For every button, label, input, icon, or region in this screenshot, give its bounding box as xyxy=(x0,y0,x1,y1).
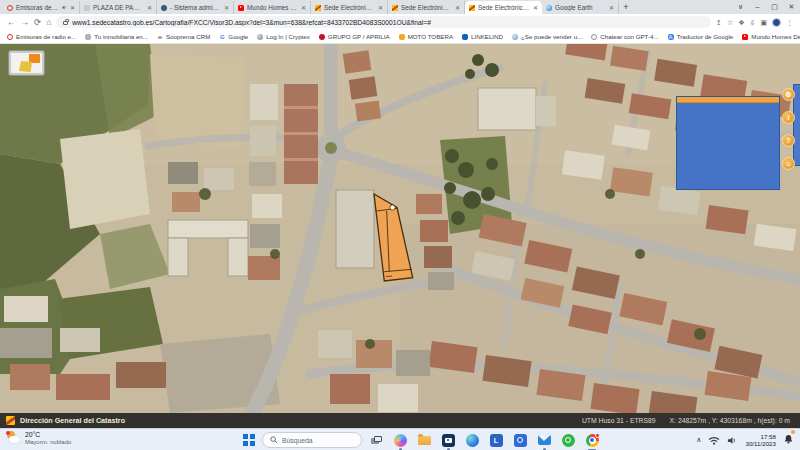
chrome-app-icon[interactable] xyxy=(584,432,600,448)
file-explorer-icon[interactable] xyxy=(416,432,432,448)
bookmark-chatear-gpt[interactable]: Chatear con GPT-4... xyxy=(591,33,658,40)
minimize-button[interactable]: – xyxy=(749,0,766,14)
tab-plaza-parking[interactable]: PLAZA DE PARKING EN F... ✕ xyxy=(80,1,157,14)
reading-list-icon[interactable]: ▣ xyxy=(760,19,767,26)
tab-audio-icon[interactable] xyxy=(62,5,67,10)
tab-sistema-administrativo[interactable]: - Sistema administrativo ✕ xyxy=(157,1,234,14)
share-icon[interactable]: ↥ xyxy=(716,19,722,26)
tab-sede-catastro-2[interactable]: Sede Electrónica del Cata... ✕ xyxy=(388,1,465,14)
bookmark-inmobiliaria[interactable]: Tu inmobiliaria en... xyxy=(85,33,148,40)
lock-icon[interactable] xyxy=(63,21,68,25)
tab-close-icon[interactable]: ✕ xyxy=(533,5,538,11)
viewer-help-button[interactable]: ? xyxy=(782,134,795,147)
bookmark-label: Google xyxy=(228,33,248,40)
fxcc-widget-preview xyxy=(11,53,42,73)
tab-title: Sede Electrónica del Cata... xyxy=(401,4,452,11)
start-button[interactable] xyxy=(243,434,255,446)
teams-app-icon[interactable] xyxy=(512,432,528,448)
edge-browser-icon[interactable] xyxy=(464,432,480,448)
agency-name: Dirección General del Catastro xyxy=(20,416,125,425)
tab-close-icon[interactable]: ✕ xyxy=(455,5,460,11)
bookmark-label: MOTO TOBERA xyxy=(408,33,453,40)
notification-bell-icon[interactable] xyxy=(783,431,794,449)
tab-close-icon[interactable]: ✕ xyxy=(224,5,229,11)
new-tab-button[interactable]: + xyxy=(619,1,633,14)
tab-strip: Emisoras de radio e... ✕ PLAZA DE PARKIN… xyxy=(0,0,800,14)
tray-chevron-icon[interactable]: ∧ xyxy=(696,436,701,444)
home-button[interactable]: ⌂ xyxy=(46,18,51,27)
sphere-icon xyxy=(257,34,263,40)
tab-title: Google Earth xyxy=(555,4,606,11)
linkedin-app-icon[interactable]: L xyxy=(488,432,504,448)
profile-avatar[interactable] xyxy=(772,18,781,27)
viewer-settings-button[interactable]: ⚙ xyxy=(782,88,795,101)
chrome-notification-badge xyxy=(595,433,600,438)
viewer-info-panel[interactable] xyxy=(676,96,780,190)
panel-header-bar[interactable] xyxy=(677,97,779,103)
browser-toolbar: ← → ⟳ ⌂ www1.sedecatastro.gob.es/Cartogr… xyxy=(0,14,800,30)
taskbar-clock[interactable]: 17:58 30/11/2023 xyxy=(745,433,776,448)
tab-close-icon[interactable]: ✕ xyxy=(609,5,614,11)
taskbar-search[interactable]: Búsqueda xyxy=(262,432,362,448)
viewer-info-button[interactable]: i xyxy=(782,111,795,124)
bookmark-emisoras[interactable]: Emisoras de radio e... xyxy=(7,33,76,40)
url-text[interactable]: www1.sedecatastro.gob.es/Cartografia/FXC… xyxy=(72,19,431,26)
browser-menu-icon[interactable]: ⋮ xyxy=(786,19,793,26)
forward-button[interactable]: → xyxy=(21,18,30,27)
wifi-icon[interactable] xyxy=(708,436,720,445)
bookmark-sooprema[interactable]: ∞Sooprema CRM xyxy=(157,33,210,40)
address-bar[interactable]: www1.sedecatastro.gob.es/Cartografia/FXC… xyxy=(56,16,711,28)
tab-close-icon[interactable]: ✕ xyxy=(378,5,383,11)
back-button[interactable]: ← xyxy=(7,18,16,27)
extensions-icon[interactable]: ❖ xyxy=(738,19,744,26)
tab-title: Emisoras de radio e... xyxy=(16,4,59,11)
bookmark-google[interactable]: GGoogle xyxy=(219,33,248,40)
tab-sede-catastro-active[interactable]: Sede Electrónica del Cata... ✕ xyxy=(465,1,542,14)
tab-search-chevron-icon[interactable]: ∨ xyxy=(732,0,749,14)
bookmark-linkelind[interactable]: LINKELIND xyxy=(462,33,503,40)
bookmark-se-puede-vender[interactable]: ¿Se puede vender u... xyxy=(512,33,582,40)
radio-favicon xyxy=(7,5,13,11)
search-icon xyxy=(270,436,278,444)
close-window-button[interactable]: ✕ xyxy=(783,0,800,14)
viewer-feedback-button[interactable]: ☺ xyxy=(782,157,795,170)
tab-sede-catastro-1[interactable]: Sede Electrónica del Cata... ✕ xyxy=(311,1,388,14)
maximize-button[interactable]: ▢ xyxy=(766,0,783,14)
tab-close-icon[interactable]: ✕ xyxy=(70,5,75,11)
volume-icon[interactable] xyxy=(727,436,738,445)
google-g-icon: G xyxy=(219,34,225,40)
bookmark-mundo-homes[interactable]: Mundo Homes Dén... xyxy=(742,33,800,40)
tab-title: PLAZA DE PARKING EN F... xyxy=(93,4,144,11)
tab-close-icon[interactable]: ✕ xyxy=(147,5,152,11)
orange-icon xyxy=(399,34,405,40)
bookmark-grupo-gp[interactable]: GRUPO GP / APRILIA xyxy=(319,33,390,40)
tab-title: Sede Electrónica del Cata... xyxy=(478,4,530,11)
fxcc-orange-block xyxy=(29,54,40,63)
fxcc-layers-widget[interactable] xyxy=(8,50,45,76)
task-view-button[interactable] xyxy=(368,432,384,448)
cadastre-map-viewport[interactable]: ⚙ i ? ☺ xyxy=(0,44,800,413)
copilot-app-icon[interactable] xyxy=(392,432,408,448)
reload-button[interactable]: ⟳ xyxy=(34,18,41,27)
whatsapp-app-icon[interactable] xyxy=(560,432,576,448)
tab-mundo-homes[interactable]: Mundo Homes Dénia - Y... ✕ xyxy=(234,1,311,14)
tab-emisoras[interactable]: Emisoras de radio e... ✕ xyxy=(3,1,80,14)
mail-app-icon[interactable] xyxy=(536,432,552,448)
weather-condition: Mayorm. nublado xyxy=(25,439,71,446)
notification-dot xyxy=(791,430,795,434)
bookmark-label: GRUPO GP / APRILIA xyxy=(328,33,390,40)
download-icon[interactable]: ⇩ xyxy=(750,19,756,26)
bookmark-moto-tobera[interactable]: MOTO TOBERA xyxy=(399,33,453,40)
tab-close-icon[interactable]: ✕ xyxy=(301,5,306,11)
system-tray: ∧ 17:58 30/11/2023 xyxy=(696,429,800,450)
bookmark-traductor[interactable]: ATraductor de Google xyxy=(668,33,734,40)
tab-title: - Sistema administrativo xyxy=(170,4,221,11)
bookmark-cryptex[interactable]: Log In | Cryptex xyxy=(257,33,310,40)
camera-app-icon[interactable] xyxy=(440,432,456,448)
bookmark-label: Emisoras de radio e... xyxy=(16,33,76,40)
cloud-icon xyxy=(9,436,20,443)
globe-favicon xyxy=(161,5,167,11)
weather-widget[interactable]: 20°C Mayorm. nublado xyxy=(6,431,71,446)
bookmark-star-icon[interactable]: ☆ xyxy=(727,19,733,26)
tab-google-earth[interactable]: Google Earth ✕ xyxy=(542,1,619,14)
